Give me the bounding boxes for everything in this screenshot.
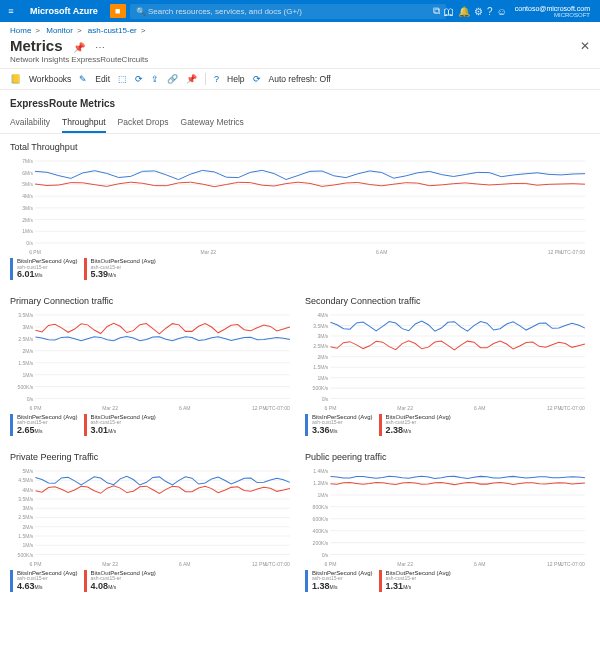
svg-text:3.5M/s: 3.5M/s (313, 323, 329, 329)
feedback-icon[interactable]: ☺ (497, 6, 507, 17)
svg-text:6 AM: 6 AM (179, 405, 191, 411)
more-icon[interactable]: ⋯ (95, 42, 105, 53)
svg-text:Mar 22: Mar 22 (397, 560, 413, 566)
svg-text:1.5M/s: 1.5M/s (313, 364, 329, 370)
chart-private-peering: Private Peering Traffic 5M/s4.5M/s4M/s3.… (10, 452, 295, 592)
chart-total-throughput: Total Throughput 7M/s6M/s5M/s4M/s3M/s2M/… (0, 134, 600, 288)
legend-bits-in[interactable]: BitsInPerSecond (Avg)ash-cust15-er2.65M/… (10, 414, 78, 436)
x-axis: 6 PMMar 226 AM12 PMUTC-07:00 (30, 560, 291, 566)
link-icon[interactable]: 🔗 (167, 74, 178, 84)
svg-text:2M/s: 2M/s (22, 217, 33, 223)
x-axis: 6 PMMar 226 AM12 PMUTC-07:00 (30, 405, 291, 411)
legend-bits-out[interactable]: BitsOutPerSecond (Avg)ash-cust15-er1.31M… (379, 570, 451, 592)
workbooks-button[interactable]: Workbooks (29, 74, 71, 84)
page-title: Metrics (10, 37, 63, 54)
legend-bits-out[interactable]: BitsOutPerSecond (Avg)ash-cust15-er2.38M… (379, 414, 451, 436)
svg-text:2.5M/s: 2.5M/s (313, 343, 329, 349)
svg-text:1.4M/s: 1.4M/s (313, 468, 329, 474)
settings-icon[interactable]: ⚙ (474, 6, 483, 17)
tabs: Availability Throughput Packet Drops Gat… (0, 113, 600, 134)
x-axis: 6 PMMar 226 AM12 PMUTC-07:00 (325, 560, 586, 566)
series-bits-out (330, 341, 584, 350)
svg-text:UTC-07:00: UTC-07:00 (265, 405, 290, 411)
tenant-badge-icon[interactable]: ■ (110, 4, 126, 18)
svg-text:UTC-07:00: UTC-07:00 (560, 560, 585, 566)
series-bits-in (35, 170, 585, 179)
tab-packet-drops[interactable]: Packet Drops (118, 117, 169, 133)
legend: BitsInPerSecond (Avg)ash-cust15-er1.38M/… (305, 570, 590, 592)
pin-icon[interactable]: 📌 (73, 42, 85, 53)
y-axis: 5M/s4.5M/s4M/s3.5M/s3M/s2.5M/s2M/s1.5M/s… (18, 468, 290, 557)
svg-text:UTC-07:00: UTC-07:00 (560, 405, 585, 411)
legend: BitsInPerSecond (Avg)ash-cust15-er2.65M/… (10, 414, 295, 436)
svg-text:1.5M/s: 1.5M/s (18, 360, 34, 366)
chart-svg-total: 7M/s6M/s5M/s4M/s3M/s2M/s1M/s0/s 6 PMMar … (10, 156, 590, 256)
notifications-icon[interactable]: 🔔 (458, 6, 470, 17)
hamburger-icon[interactable]: ≡ (0, 6, 22, 16)
svg-text:6 AM: 6 AM (179, 560, 191, 566)
chart-title: Primary Connection traffic (10, 296, 295, 306)
tab-gateway-metrics[interactable]: Gateway Metrics (181, 117, 244, 133)
svg-text:3.5M/s: 3.5M/s (18, 312, 34, 318)
workbooks-icon: 📒 (10, 74, 21, 84)
title-row: Metrics 📌 ⋯ ✕ (0, 35, 600, 55)
svg-text:4.5M/s: 4.5M/s (18, 477, 34, 483)
svg-text:UTC-07:00: UTC-07:00 (265, 560, 290, 566)
svg-text:3.5M/s: 3.5M/s (18, 496, 34, 502)
tab-availability[interactable]: Availability (10, 117, 50, 133)
directories-icon[interactable]: 🕮 (444, 6, 454, 17)
svg-text:4M/s: 4M/s (22, 193, 33, 199)
brand: Microsoft Azure (22, 6, 106, 16)
legend: BitsInPerSecond (Avg)ash-cust15-er3.36M/… (305, 414, 590, 436)
autorefresh-icon: ⟳ (253, 74, 261, 84)
help-button[interactable]: Help (227, 74, 244, 84)
legend: BitsInPerSecond (Avg)ash-cust15-er4.63M/… (10, 570, 295, 592)
series-bits-in (330, 476, 584, 478)
refresh-icon[interactable]: ⟳ (135, 74, 143, 84)
share-icon[interactable]: ⇪ (151, 74, 159, 84)
svg-text:6 PM: 6 PM (29, 249, 41, 255)
autorefresh-button[interactable]: Auto refresh: Off (269, 74, 331, 84)
svg-text:0/s: 0/s (322, 396, 329, 402)
legend-bits-out[interactable]: BitsOutPerSecond (Avg)ash-cust15-er4.08M… (84, 570, 156, 592)
legend-bits-in[interactable]: BitsInPerSecond (Avg)ash-cust15-er3.36M/… (305, 414, 373, 436)
svg-text:6 PM: 6 PM (30, 560, 42, 566)
legend-bits-out[interactable]: BitsOutPerSecond (Avg)ash-cust15-er3.01M… (84, 414, 156, 436)
svg-text:500K/s: 500K/s (18, 384, 34, 390)
svg-text:3M/s: 3M/s (22, 505, 33, 511)
open-icon[interactable]: ⬚ (118, 74, 127, 84)
y-axis: 1.4M/s1.2M/s1M/s800K/s600K/s400K/s200K/s… (313, 468, 585, 557)
toolbar: 📒 Workbooks ✎ Edit ⬚ ⟳ ⇪ 🔗 📌 ? Help ⟳ Au… (0, 68, 600, 90)
top-icon-row: ⧉ 🕮 🔔 ⚙ ? ☺ contoso@microsoft.com MICROS… (450, 4, 600, 18)
cloud-shell-icon[interactable]: ⧉ (433, 5, 440, 17)
account-info[interactable]: contoso@microsoft.com MICROSOFT (515, 5, 590, 18)
pin-toolbar-icon[interactable]: 📌 (186, 74, 197, 84)
help-icon[interactable]: ? (487, 6, 493, 17)
svg-text:2M/s: 2M/s (22, 348, 33, 354)
svg-text:4M/s: 4M/s (317, 312, 328, 318)
edit-button[interactable]: Edit (95, 74, 110, 84)
legend-bits-in[interactable]: BitsInPerSecond (Avg)ash-cust15-er4.63M/… (10, 570, 78, 592)
page-subtitle: Network Insights ExpressRouteCircuits (0, 55, 600, 68)
svg-text:7M/s: 7M/s (22, 158, 33, 164)
crumb-monitor[interactable]: Monitor (46, 26, 73, 35)
svg-text:1.5M/s: 1.5M/s (18, 533, 34, 539)
svg-text:0/s: 0/s (27, 396, 34, 402)
legend-bits-in[interactable]: BitsInPerSecond (Avg)ash-cust15-er6.01M/… (10, 258, 78, 280)
svg-text:6 AM: 6 AM (474, 405, 486, 411)
crumb-resource[interactable]: ash-cust15-er (88, 26, 137, 35)
tab-throughput[interactable]: Throughput (62, 117, 105, 133)
legend: BitsInPerSecond (Avg)ash-cust15-er6.01M/… (10, 258, 590, 280)
svg-text:200K/s: 200K/s (313, 539, 329, 545)
legend-bits-out[interactable]: BitsOutPerSecond (Avg)ash-cust15-er5.39M… (84, 258, 156, 280)
svg-text:500K/s: 500K/s (313, 385, 329, 391)
svg-text:Mar 22: Mar 22 (102, 405, 118, 411)
svg-text:1M/s: 1M/s (22, 542, 33, 548)
svg-text:Mar 22: Mar 22 (201, 249, 217, 255)
close-icon[interactable]: ✕ (580, 39, 590, 53)
legend-bits-in[interactable]: BitsInPerSecond (Avg)ash-cust15-er1.38M/… (305, 570, 373, 592)
crumb-home[interactable]: Home (10, 26, 31, 35)
chart-svg-primary: 3.5M/s3M/s2.5M/s2M/s1.5M/s1M/s500K/s0/s … (10, 310, 295, 412)
search-input[interactable]: 🔍 Search resources, services, and docs (… (130, 4, 446, 19)
svg-text:1M/s: 1M/s (317, 375, 328, 381)
